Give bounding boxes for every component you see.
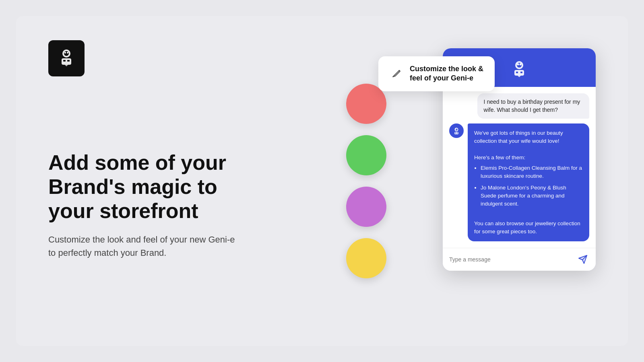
tooltip-text: Customize the look &feel of your Geni-e — [410, 64, 483, 83]
color-circle-purple[interactable] — [346, 187, 386, 227]
logo-icon — [54, 46, 78, 70]
chat-input-row — [443, 248, 596, 271]
svg-rect-18 — [455, 133, 456, 134]
bot-list: Elemis Pro-Collagen Cleansing Balm for a… — [474, 164, 583, 208]
svg-rect-5 — [63, 60, 66, 62]
bot-list-item-2: Jo Malone London's Peony & Blush Suede p… — [481, 184, 583, 208]
svg-point-9 — [517, 64, 519, 66]
color-circle-yellow[interactable] — [346, 238, 386, 278]
svg-point-10 — [520, 64, 522, 66]
svg-rect-11 — [514, 70, 524, 76]
bot-footer: You can also browse our jewellery collec… — [474, 220, 580, 234]
pencil-icon — [390, 66, 404, 81]
chat-body: I need to buy a birthday present for my … — [443, 87, 596, 248]
page-wrapper: Add some of your Brand's magic to your s… — [16, 16, 628, 346]
bot-message-row: We've got lots of things in our beauty c… — [449, 123, 589, 241]
page-headline: Add some of your Brand's magic to your s… — [48, 151, 258, 223]
bot-intro: We've got lots of things in our beauty c… — [474, 130, 563, 144]
svg-point-2 — [64, 52, 66, 53]
svg-point-3 — [67, 52, 68, 53]
bot-list-item-1: Elemis Pro-Collagen Cleansing Balm for a… — [481, 164, 583, 181]
bot-list-header: Here's a few of them: — [474, 154, 525, 160]
chat-input[interactable] — [449, 256, 572, 263]
left-section: Add some of your Brand's magic to your s… — [48, 103, 322, 259]
svg-rect-12 — [516, 72, 518, 73]
bot-avatar — [449, 123, 464, 138]
color-circle-green[interactable] — [346, 135, 386, 175]
logo-box — [48, 40, 85, 76]
chat-header-icon — [508, 56, 530, 79]
right-section: Customize the look &feel of your Geni-e — [322, 40, 596, 322]
svg-rect-13 — [520, 72, 522, 73]
page-subheadline: Customize the look and feel of your new … — [48, 233, 242, 259]
color-circles — [346, 84, 386, 278]
svg-rect-19 — [457, 133, 458, 134]
left-text: Add some of your Brand's magic to your s… — [48, 151, 322, 259]
send-icon[interactable] — [576, 253, 589, 266]
svg-rect-6 — [67, 60, 70, 62]
bot-bubble: We've got lots of things in our beauty c… — [468, 123, 589, 241]
svg-rect-4 — [62, 58, 71, 65]
tooltip-card: Customize the look &feel of your Geni-e — [378, 56, 495, 91]
user-message: I need to buy a birthday present for my … — [477, 93, 589, 119]
svg-point-16 — [455, 129, 456, 130]
svg-point-1 — [64, 51, 69, 56]
